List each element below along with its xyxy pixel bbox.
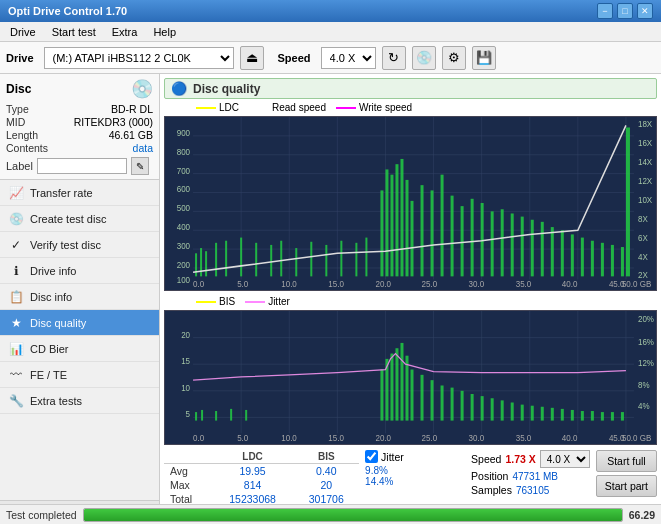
menu-extra[interactable]: Extra <box>106 25 144 39</box>
disc-info-icon: 📋 <box>8 290 24 304</box>
svg-text:20.0: 20.0 <box>375 280 391 289</box>
fe-te-icon: 〰 <box>8 368 24 382</box>
svg-text:15.0: 15.0 <box>328 434 344 443</box>
refresh-button[interactable]: ↻ <box>382 46 406 70</box>
svg-rect-59 <box>611 245 614 276</box>
stats-area: LDC BIS Avg 19.95 0.40 Max 814 <box>164 448 657 508</box>
svg-rect-31 <box>355 243 357 277</box>
disc-type-label: Type <box>6 103 29 115</box>
svg-text:300: 300 <box>177 242 191 251</box>
svg-rect-58 <box>601 243 604 277</box>
svg-text:10.0: 10.0 <box>281 280 297 289</box>
disc-icon-btn[interactable]: 💿 <box>412 46 436 70</box>
svg-rect-137 <box>621 412 624 421</box>
sidebar-item-label: Drive info <box>30 265 76 277</box>
jitter-section: Jitter 9.8% 14.4% <box>365 450 465 506</box>
samples-label: Samples <box>471 484 512 496</box>
save-button[interactable]: 💾 <box>472 46 496 70</box>
max-label: Max <box>164 478 212 492</box>
svg-text:16X: 16X <box>638 139 653 148</box>
svg-rect-44 <box>461 206 464 276</box>
sidebar-item-label: Extra tests <box>30 395 82 407</box>
sidebar-item-drive-info[interactable]: ℹ Drive info <box>0 258 159 284</box>
start-part-button[interactable]: Start part <box>596 475 657 497</box>
menu-drive[interactable]: Drive <box>4 25 42 39</box>
menu-bar: Drive Start test Extra Help <box>0 22 661 42</box>
jitter-speed-select[interactable]: 4.0 X <box>540 450 590 468</box>
svg-rect-27 <box>295 248 297 276</box>
chart-top-legend: LDC Read speed Write speed <box>166 102 657 113</box>
start-full-button[interactable]: Start full <box>596 450 657 472</box>
maximize-button[interactable]: □ <box>617 3 633 19</box>
sidebar-item-transfer-rate[interactable]: 📈 Transfer rate <box>0 180 159 206</box>
sidebar-item-label: Verify test disc <box>30 239 101 251</box>
menu-help[interactable]: Help <box>147 25 182 39</box>
svg-rect-119 <box>441 385 444 420</box>
write-speed-legend-label: Write speed <box>359 102 412 113</box>
jitter-legend-label: Jitter <box>268 296 290 307</box>
svg-rect-52 <box>541 222 544 277</box>
sidebar: Disc 💿 Type BD-R DL MID RITEKDR3 (000) L… <box>0 74 160 524</box>
svg-rect-107 <box>215 411 217 421</box>
verify-test-disc-icon: ✓ <box>8 238 24 252</box>
svg-text:14X: 14X <box>638 158 653 167</box>
sidebar-item-verify-test-disc[interactable]: ✓ Verify test disc <box>0 232 159 258</box>
settings-button[interactable]: ⚙ <box>442 46 466 70</box>
svg-rect-45 <box>471 199 474 277</box>
svg-text:18X: 18X <box>638 120 653 129</box>
sidebar-item-create-test-disc[interactable]: 💿 Create test disc <box>0 206 159 232</box>
ldc-col-header: LDC <box>212 450 294 464</box>
svg-text:30.0: 30.0 <box>469 434 485 443</box>
svg-rect-124 <box>491 398 494 420</box>
svg-rect-126 <box>511 403 514 421</box>
svg-rect-41 <box>431 190 434 276</box>
svg-text:35.0: 35.0 <box>516 434 532 443</box>
svg-text:4%: 4% <box>638 402 650 411</box>
drive-select[interactable]: (M:) ATAPI iHBS112 2 CL0K <box>44 47 234 69</box>
avg-row: Avg 19.95 0.40 <box>164 464 359 479</box>
eject-button[interactable]: ⏏ <box>240 46 264 70</box>
avg-ldc-value: 19.95 <box>212 464 294 479</box>
sidebar-item-cd-bier[interactable]: 📊 CD Bier <box>0 336 159 362</box>
disc-label-btn[interactable]: ✎ <box>131 157 149 175</box>
svg-rect-18 <box>195 253 197 276</box>
top-chart-svg: 900 800 700 600 500 400 300 200 100 18X … <box>165 117 656 290</box>
chart-bottom-legend: BIS Jitter <box>166 296 657 307</box>
toolbar: Drive (M:) ATAPI iHBS112 2 CL0K ⏏ Speed … <box>0 42 661 74</box>
sidebar-item-disc-info[interactable]: 📋 Disc info <box>0 284 159 310</box>
svg-rect-112 <box>390 354 393 421</box>
svg-rect-130 <box>551 408 554 421</box>
minimize-button[interactable]: − <box>597 3 613 19</box>
max-ldc-value: 814 <box>212 478 294 492</box>
progress-bar-fill <box>84 509 622 521</box>
close-button[interactable]: ✕ <box>637 3 653 19</box>
position-row: Position 47731 MB <box>471 470 590 482</box>
window-controls: − □ ✕ <box>597 3 653 19</box>
svg-rect-60 <box>621 247 624 276</box>
read-speed-legend-label: Read speed <box>272 102 326 113</box>
speed-value: 1.73 X <box>505 453 535 465</box>
bis-legend-label: BIS <box>219 296 235 307</box>
speed-row: Speed 1.73 X 4.0 X <box>471 450 590 468</box>
start-buttons: Start full Start part <box>596 450 657 506</box>
svg-rect-127 <box>521 405 524 421</box>
sidebar-item-extra-tests[interactable]: 🔧 Extra tests <box>0 388 159 414</box>
title-bar: Opti Drive Control 1.70 − □ ✕ <box>0 0 661 22</box>
disc-panel: Disc 💿 Type BD-R DL MID RITEKDR3 (000) L… <box>0 74 159 180</box>
svg-text:6X: 6X <box>638 234 648 243</box>
disc-label-input[interactable] <box>37 158 127 174</box>
position-value: 47731 MB <box>512 471 558 482</box>
svg-rect-106 <box>201 410 203 421</box>
svg-text:10X: 10X <box>638 196 653 205</box>
speed-position-section: Speed 1.73 X 4.0 X Position 47731 MB Sam… <box>471 450 590 506</box>
sidebar-item-disc-quality[interactable]: ★ Disc quality <box>0 310 159 336</box>
speed-select[interactable]: 4.0 X <box>321 47 376 69</box>
disc-label-label: Label <box>6 160 33 172</box>
jitter-checkbox[interactable] <box>365 450 378 463</box>
sidebar-item-fe-te[interactable]: 〰 FE / TE <box>0 362 159 388</box>
menu-start-test[interactable]: Start test <box>46 25 102 39</box>
svg-rect-25 <box>270 245 272 276</box>
create-test-disc-icon: 💿 <box>8 212 24 226</box>
svg-rect-122 <box>471 394 474 421</box>
svg-text:12%: 12% <box>638 359 655 368</box>
